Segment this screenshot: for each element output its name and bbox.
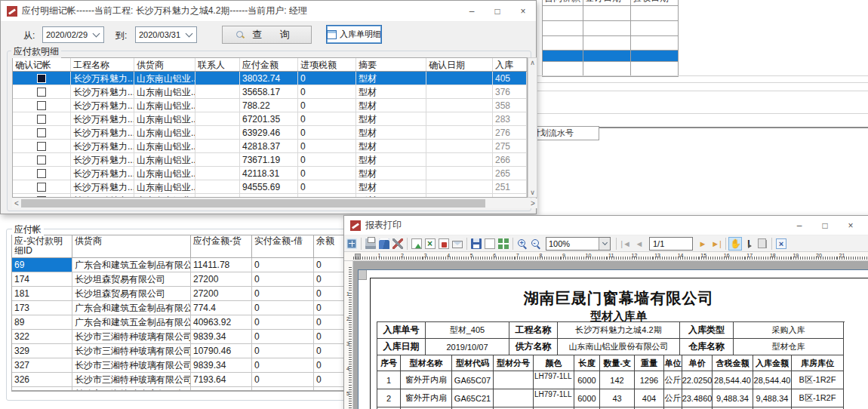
table-row[interactable]: 长沙万科魅力...山东南山铝业...42118.310型材265 <box>13 167 527 180</box>
summary-cell[interactable]: 型材 <box>356 153 426 166</box>
id-cell[interactable]: 174 <box>12 272 72 286</box>
confirm-checkbox[interactable] <box>37 74 46 83</box>
supplier-cell[interactable]: 山东南山铝业... <box>134 112 195 125</box>
paid-cell[interactable]: 0 <box>252 358 314 372</box>
summary-cell[interactable]: 型材 <box>356 112 426 125</box>
column-header[interactable]: 摘要 <box>356 58 426 71</box>
table-row[interactable]: 长沙市三湘特种玻璃有限公司 <box>12 387 392 391</box>
zoom-combobox[interactable]: 100% <box>546 237 611 251</box>
column-header[interactable]: 确认日期 <box>426 58 493 71</box>
multi-page-icon[interactable] <box>497 237 510 251</box>
project-cell[interactable]: 长沙万科魅力... <box>71 153 134 166</box>
contact-cell[interactable] <box>195 140 240 152</box>
confirm-date-cell[interactable] <box>426 72 493 85</box>
confirm-checkbox[interactable] <box>37 169 46 178</box>
payable-cell[interactable] <box>191 387 252 390</box>
column-header[interactable]: 确认记帐 <box>13 58 71 71</box>
maximize-button[interactable]: □ <box>812 216 838 235</box>
tax-cell[interactable]: 0 <box>298 180 356 193</box>
contact-cell[interactable] <box>195 180 240 193</box>
inbound-no-cell[interactable]: 405 <box>493 72 527 85</box>
inbound-no-cell[interactable]: 376 <box>493 85 527 98</box>
confirm-date-cell[interactable] <box>426 194 493 198</box>
payable-cell[interactable]: 10790.46 <box>191 344 252 358</box>
tax-cell[interactable]: 0 <box>298 85 356 98</box>
column-header[interactable]: 进项税额 <box>298 58 356 71</box>
project-cell[interactable]: 长沙万科魅力... <box>71 112 134 125</box>
save-icon[interactable] <box>469 237 483 251</box>
page-indicator-input[interactable]: 1/1 <box>649 237 693 251</box>
paid-cell[interactable]: 0 <box>252 287 314 300</box>
id-cell[interactable]: 326 <box>12 373 72 386</box>
checkbox-cell[interactable] <box>13 140 71 152</box>
table-row[interactable]: 长沙万科魅力...山东南山铝业...42818.370型材275 <box>13 140 527 153</box>
supplier-cell[interactable]: 山东南山铝业... <box>134 126 195 139</box>
titlebar[interactable]: 应付明细记帐------当前工程: 长沙万科魅力之城4.2期------当前用户… <box>1 1 536 22</box>
paid-cell[interactable]: 0 <box>252 330 314 343</box>
close-button[interactable]: × <box>838 216 863 235</box>
project-cell[interactable]: 长沙万科魅力... <box>71 85 134 98</box>
table-row[interactable] <box>543 6 679 21</box>
amount-cell[interactable]: 73671.19 <box>240 153 298 166</box>
summary-cell[interactable]: 型材 <box>356 72 426 85</box>
column-header[interactable]: 入库 <box>493 58 527 71</box>
inbound-no-cell[interactable]: 275 <box>493 140 527 152</box>
column-header[interactable]: 签订日期 <box>583 0 631 5</box>
vertical-scrollbar[interactable]: ∧ ∨ <box>528 57 537 198</box>
supplier-cell[interactable]: 山东南山铝业... <box>134 153 195 166</box>
empty-cell[interactable] <box>631 51 679 61</box>
print-icon[interactable] <box>364 237 377 251</box>
query-button[interactable]: 查 询 <box>222 26 312 44</box>
empty-cell[interactable] <box>631 36 679 50</box>
summary-cell[interactable]: 型材 <box>356 85 426 98</box>
table-row[interactable]: 326长沙市三湘特种玻璃有限公司7193.6400 <box>12 373 392 387</box>
checkbox-cell[interactable] <box>13 126 71 139</box>
summary-cell[interactable]: 型材 <box>356 99 426 112</box>
payable-cell[interactable]: 7193.64 <box>191 373 252 386</box>
serial-number-field[interactable]: 计划流水号 <box>530 126 599 140</box>
id-cell[interactable]: 173 <box>12 301 72 315</box>
confirm-date-cell[interactable] <box>426 140 493 152</box>
column-header[interactable]: 供货商 <box>134 58 195 71</box>
confirm-checkbox[interactable] <box>37 142 46 151</box>
options-icon[interactable] <box>391 237 405 251</box>
empty-cell[interactable] <box>543 62 583 76</box>
export-image-icon[interactable] <box>410 237 423 251</box>
table-row[interactable]: 181长沙坦森贸易有限公司2720000 <box>12 287 392 301</box>
paid-cell[interactable] <box>252 387 314 390</box>
table-row[interactable]: 长沙万科魅力...山东南山铝业...35658.170型材376 <box>13 85 527 99</box>
table-row[interactable] <box>543 36 679 51</box>
empty-cell[interactable] <box>583 36 631 50</box>
tax-cell[interactable]: 0 <box>298 167 356 180</box>
table-row[interactable]: 69广东合和建筑五金制品有限公司11411.7800 <box>12 258 392 272</box>
checkbox-cell[interactable] <box>13 153 71 166</box>
payable-cell[interactable]: 27200 <box>191 287 252 300</box>
text-select-icon[interactable]: I <box>742 237 756 251</box>
column-header[interactable]: 供货商 <box>72 235 191 257</box>
supplier-cell[interactable]: 广东合和建筑五金制品有限公司 <box>72 315 191 329</box>
tax-cell[interactable]: 0 <box>298 153 356 166</box>
payable-cell[interactable]: 9839.34 <box>191 358 252 372</box>
minimize-button[interactable]: – <box>459 1 485 21</box>
paid-cell[interactable]: 0 <box>252 373 314 386</box>
confirm-date-cell[interactable] <box>426 126 493 139</box>
id-cell[interactable]: 327 <box>12 358 72 372</box>
supplier-cell[interactable]: 山东南山铝业... <box>134 180 195 193</box>
column-header[interactable]: 应-实付款明细ID <box>12 235 72 257</box>
from-date-combobox[interactable]: 2020/02/29 <box>42 26 104 43</box>
tax-cell[interactable]: 0 <box>298 194 356 198</box>
paid-cell[interactable]: 0 <box>252 272 314 286</box>
checkbox-cell[interactable] <box>13 194 71 198</box>
maximize-button[interactable]: □ <box>485 1 510 21</box>
supplier-cell[interactable]: 山东南山铝业... <box>134 167 195 180</box>
checkbox-cell[interactable] <box>13 112 71 125</box>
confirm-date-cell[interactable] <box>426 85 493 98</box>
checkbox-cell[interactable] <box>13 167 71 180</box>
preview-area[interactable]: 湖南巨晟门窗幕墙有限公司 型材入库单 入库单号型材_405工程名称长沙万科魅力之… <box>353 261 868 409</box>
payable-cell[interactable]: 774.4 <box>191 301 252 315</box>
project-cell[interactable]: 长沙万科魅力... <box>71 194 134 198</box>
confirm-checkbox[interactable] <box>37 183 46 192</box>
tax-cell[interactable]: 0 <box>298 126 356 139</box>
column-header[interactable]: 实付金额-借 <box>252 235 314 257</box>
table-row[interactable]: 长沙万科魅力...山东南山铝业...73671.190型材266 <box>13 153 527 167</box>
